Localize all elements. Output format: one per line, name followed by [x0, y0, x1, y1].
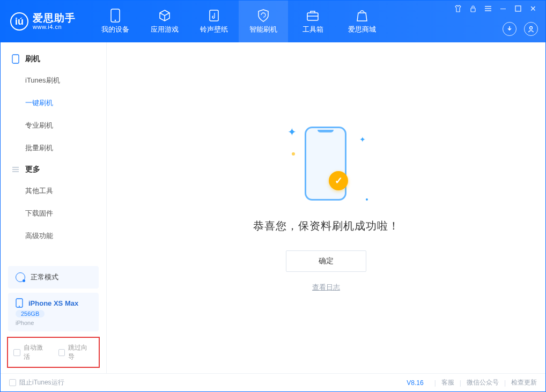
sidebar-item-batch-flash[interactable]: 批量刷机: [1, 137, 106, 159]
minimize-icon[interactable]: ─: [498, 4, 508, 13]
svg-rect-2: [210, 10, 218, 21]
shield-refresh-icon: [256, 9, 270, 23]
svg-rect-7: [12, 55, 19, 63]
checkmark-badge-icon: ✓: [329, 171, 348, 190]
version-label: V8.16: [407, 379, 423, 387]
status-bar: 阻止iTunes运行 V8.16 | 客服 | 微信公众号 | 检查更新: [1, 373, 545, 391]
tab-smart-flash[interactable]: 智能刷机: [239, 1, 288, 42]
main-content: ✦ ✦ ✓ 恭喜您，保资料刷机成功啦！ 确定 查看日志: [107, 42, 545, 373]
main-tabs: 我的设备 应用游戏 铃声壁纸 智能刷机 工具箱 爱思商城: [91, 1, 387, 42]
sidebar-item-oneclick-flash[interactable]: 一键刷机: [1, 92, 106, 114]
checkbox-icon: [58, 349, 65, 356]
phone-icon: [108, 9, 122, 23]
menu-icon[interactable]: [483, 4, 493, 13]
checkbox-icon: [13, 349, 20, 356]
sidebar-item-download-firmware[interactable]: 下载固件: [1, 202, 106, 225]
download-icon[interactable]: [503, 22, 517, 36]
sidebar-group-flash: 刷机: [1, 49, 106, 69]
tab-store[interactable]: 爱思商城: [337, 1, 387, 42]
app-name: 爱思助手: [33, 13, 76, 24]
checkbox-icon: [9, 379, 16, 386]
svg-point-6: [530, 27, 533, 29]
close-icon[interactable]: ✕: [528, 4, 538, 13]
success-message: 恭喜您，保资料刷机成功啦！: [253, 219, 400, 233]
sparkle-icon: ✦: [287, 125, 297, 138]
svg-rect-3: [307, 13, 318, 20]
maximize-icon[interactable]: [513, 4, 523, 13]
ok-button[interactable]: 确定: [286, 250, 366, 272]
footer-link-wechat[interactable]: 微信公众号: [467, 378, 499, 387]
sidebar-item-pro-flash[interactable]: 专业刷机: [1, 114, 106, 137]
device-type: iPhone: [16, 320, 91, 326]
svg-rect-5: [515, 6, 521, 11]
window-controls: ─ ✕: [453, 4, 538, 13]
list-icon: [11, 165, 20, 174]
tab-apps-games[interactable]: 应用游戏: [140, 1, 189, 42]
checkbox-block-itunes[interactable]: 阻止iTunes运行: [9, 378, 64, 387]
dot-icon: [292, 152, 295, 156]
mode-icon: [16, 272, 25, 282]
svg-rect-4: [471, 8, 475, 12]
logo-icon: iú: [10, 12, 28, 31]
tab-ringtone-wallpaper[interactable]: 铃声壁纸: [189, 1, 239, 42]
svg-point-9: [19, 306, 20, 307]
device-capacity: 256GB: [16, 310, 45, 317]
mode-card[interactable]: 正常模式: [8, 266, 99, 289]
footer-link-support[interactable]: 客服: [441, 378, 454, 387]
tab-my-device[interactable]: 我的设备: [91, 1, 140, 42]
app-url: www.i4.cn: [33, 24, 76, 30]
user-icon[interactable]: [524, 22, 538, 36]
cube-icon: [158, 9, 172, 23]
app-header: iú 爱思助手 www.i4.cn 我的设备 应用游戏 铃声壁纸 智能刷机 工具…: [1, 1, 545, 42]
checkbox-auto-activate[interactable]: 自动激活: [13, 343, 49, 361]
view-log-link[interactable]: 查看日志: [312, 283, 340, 292]
sparkle-icon: ✦: [359, 135, 366, 144]
device-icon: [11, 55, 20, 63]
sidebar: 刷机 iTunes刷机 一键刷机 专业刷机 批量刷机 更多 其他工具 下载固件 …: [1, 42, 107, 373]
shopping-bag-icon: [355, 9, 369, 23]
device-info-card[interactable]: iPhone XS Max 256GB iPhone: [8, 293, 99, 331]
dot-icon: [366, 198, 368, 201]
options-row-highlighted: 自动激活 跳过向导: [7, 337, 100, 368]
tshirt-icon[interactable]: [453, 4, 463, 13]
toolbox-icon: [306, 9, 320, 23]
tab-toolbox[interactable]: 工具箱: [288, 1, 337, 42]
app-logo: iú 爱思助手 www.i4.cn: [10, 12, 76, 31]
music-note-icon: [207, 9, 221, 23]
sidebar-item-other-tools[interactable]: 其他工具: [1, 180, 106, 202]
svg-point-1: [115, 20, 116, 21]
device-name: iPhone XS Max: [28, 299, 78, 307]
sidebar-item-advanced[interactable]: 高级功能: [1, 225, 106, 247]
sidebar-group-more: 更多: [1, 159, 106, 180]
sidebar-item-itunes-flash[interactable]: iTunes刷机: [1, 69, 106, 92]
lock-icon[interactable]: [468, 4, 478, 13]
success-illustration: ✦ ✦ ✓: [294, 123, 358, 204]
phone-small-icon: [16, 298, 23, 308]
phone-illustration: ✓: [305, 127, 346, 201]
checkbox-skip-guide[interactable]: 跳过向导: [58, 343, 94, 361]
footer-link-check-update[interactable]: 检查更新: [511, 378, 537, 387]
